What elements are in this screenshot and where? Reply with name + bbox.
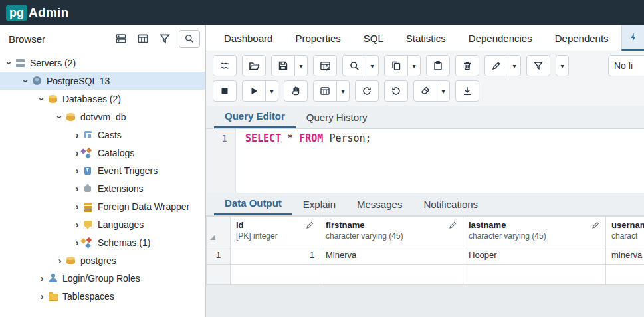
search-button[interactable] [179, 30, 200, 48]
chevron-right-icon[interactable]: › [72, 166, 82, 175]
select-all-triangle-icon [210, 235, 215, 240]
open-file-button[interactable] [242, 55, 266, 76]
chevron-right-icon[interactable]: › [72, 130, 82, 140]
save-menu-button[interactable]: ▾ [294, 55, 308, 76]
edit-pencil-icon [306, 221, 314, 229]
cell-firstname[interactable] [320, 265, 463, 285]
copy-menu-button[interactable]: ▾ [407, 55, 421, 76]
chevron-down-icon[interactable]: › [37, 94, 47, 104]
tab-query-tool[interactable] [621, 25, 644, 51]
tree-item-dotvvm-db[interactable]: › dotvvm_db [0, 108, 205, 126]
chevron-down-icon[interactable]: › [55, 112, 64, 122]
cell-lastname[interactable] [463, 265, 606, 285]
find-button[interactable] [342, 55, 366, 76]
row-number[interactable]: 1 [207, 245, 231, 265]
browser-panel: Browser [0, 25, 206, 317]
edit-grid-icon [320, 60, 331, 72]
explain-menu-button[interactable]: ▾ [336, 80, 350, 102]
chevron-right-icon[interactable]: › [72, 184, 82, 193]
cell-username[interactable]: minerva [606, 245, 644, 265]
explain-analyze-button[interactable] [313, 80, 337, 102]
chevron-right-icon[interactable]: › [72, 202, 82, 211]
tree-item-event-triggers[interactable]: › Event Triggers [0, 161, 205, 179]
select-all-corner[interactable] [207, 217, 231, 245]
cell-firstname[interactable]: Minerva [320, 245, 463, 265]
cell-id[interactable]: 1 [231, 245, 320, 265]
chevron-right-icon[interactable]: › [54, 256, 65, 265]
execute-button[interactable] [242, 80, 266, 102]
column-header-lastname[interactable]: lastname character varying (45) [463, 217, 606, 245]
save-button[interactable] [271, 55, 295, 76]
chevron-down-icon: ▾ [412, 62, 415, 70]
tree-item-languages[interactable]: › Languages [0, 215, 205, 233]
tab-query-history[interactable]: Query History [296, 106, 378, 128]
column-header-username[interactable]: usernam charact [606, 217, 644, 245]
chevron-right-icon[interactable]: › [72, 238, 82, 247]
cell-id[interactable] [231, 265, 320, 285]
cancel-query-button[interactable] [213, 80, 237, 102]
rollback-button[interactable] [384, 80, 408, 102]
tree-item-servers[interactable]: › Servers (2) [0, 54, 205, 72]
tree-item-tablespaces[interactable]: › Tablespaces [0, 287, 205, 305]
tab-sql[interactable]: SQL [352, 25, 395, 51]
tree-item-foreign-data-wrapper[interactable]: › Foreign Data Wrapper [0, 197, 205, 215]
sql-text: Person; [323, 132, 371, 144]
chevron-right-icon[interactable]: › [37, 292, 47, 301]
clear-button[interactable] [413, 80, 437, 102]
output-tab-bar: Data Output Explain Messages Notificatio… [206, 193, 644, 216]
tree-item-databases[interactable]: › Databases (2) [0, 90, 205, 108]
cell-lastname[interactable]: Hooper [463, 245, 606, 265]
paste-button[interactable] [426, 55, 450, 76]
chevron-down-icon: ▾ [299, 62, 302, 70]
sql-code-area[interactable]: SELECT * FROM Person; [236, 129, 644, 193]
result-grid: id_ [PK] integer firstname character var… [206, 216, 644, 317]
hand-pointer-icon [290, 86, 301, 96]
chevron-right-icon[interactable]: › [37, 274, 47, 283]
edit-button[interactable] [484, 55, 508, 76]
quick-server-icon[interactable] [113, 31, 129, 47]
tab-query-editor[interactable]: Query Editor [214, 106, 296, 128]
download-csv-button[interactable] [455, 80, 479, 102]
tree-item-extensions[interactable]: › Extensions [0, 179, 205, 197]
tab-data-output[interactable]: Data Output [214, 193, 292, 215]
tab-dependencies[interactable]: Dependencies [457, 25, 544, 51]
commit-button[interactable] [355, 80, 379, 102]
filter-icon[interactable] [157, 31, 173, 47]
tree-item-postgres[interactable]: › postgres [0, 251, 205, 269]
tab-dependents[interactable]: Dependents [544, 25, 620, 51]
tab-notifications[interactable]: Notifications [413, 193, 488, 215]
tree-item-login-group-roles[interactable]: › Login/Group Roles [0, 269, 205, 287]
copy-button[interactable] [384, 55, 408, 76]
connection-button[interactable] [213, 55, 237, 76]
cell-username[interactable] [606, 265, 644, 285]
delete-button[interactable] [455, 55, 479, 76]
column-header-firstname[interactable]: firstname character varying (45) [320, 217, 463, 245]
explain-button[interactable] [284, 80, 308, 102]
find-menu-button[interactable]: ▾ [366, 55, 379, 76]
chevron-down-icon[interactable]: › [21, 76, 31, 86]
filter-button[interactable] [526, 55, 550, 76]
edit-grid-button[interactable] [313, 55, 337, 76]
pgadmin-window: pg Admin Browser [0, 0, 644, 317]
filter-menu-button[interactable]: ▾ [556, 55, 569, 76]
tab-messages[interactable]: Messages [346, 193, 413, 215]
execute-menu-button[interactable]: ▾ [265, 80, 278, 102]
tree-item-postgresql-13[interactable]: › PostgreSQL 13 [0, 72, 205, 90]
row-limit-select[interactable]: No li [608, 55, 644, 76]
row-number[interactable] [207, 265, 231, 285]
chevron-down-icon[interactable]: › [5, 58, 14, 68]
table-icon[interactable] [135, 31, 151, 47]
main-tab-bar: Dashboard Properties SQL Statistics Depe… [206, 25, 644, 51]
clear-menu-button[interactable]: ▾ [437, 80, 450, 102]
tree-item-schemas[interactable]: › Schemas (1) [0, 233, 205, 251]
column-header-id[interactable]: id_ [PK] integer [231, 217, 320, 245]
tab-dashboard[interactable]: Dashboard [213, 25, 284, 51]
tree-item-casts[interactable]: › Casts [0, 126, 205, 144]
chevron-right-icon[interactable]: › [72, 220, 82, 229]
tab-explain[interactable]: Explain [292, 193, 346, 215]
chevron-right-icon[interactable]: › [72, 148, 82, 158]
edit-menu-button[interactable]: ▾ [508, 55, 521, 76]
tree-item-catalogs[interactable]: › Catalogs [0, 144, 205, 161]
tab-statistics[interactable]: Statistics [395, 25, 457, 51]
tab-properties[interactable]: Properties [284, 25, 352, 51]
